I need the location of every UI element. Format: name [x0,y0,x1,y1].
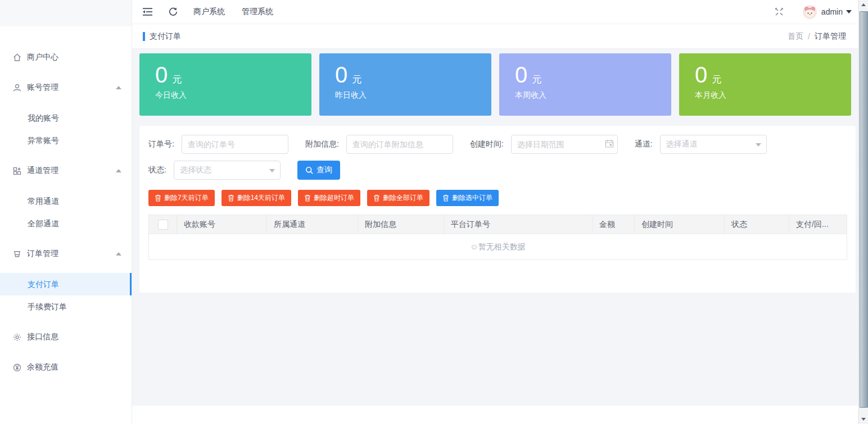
delete-selected-button[interactable]: 删除选中订单 [436,190,499,206]
sidebar-item-api-info[interactable]: 接口信息 [0,326,132,348]
user-name[interactable]: admin [821,7,843,16]
status-select[interactable]: 选择状态 [174,161,281,180]
chevron-up-icon [116,169,121,172]
delete-all-button[interactable]: 删除全部订单 [367,190,430,206]
refresh-icon[interactable] [168,6,179,17]
yen-icon [12,363,22,372]
sidebar-item-fee-orders[interactable]: 手续费订单 [0,295,132,318]
filter-channel: 通道: 选择通道 [635,135,767,154]
stat-value: 0 [155,62,168,87]
calendar-icon [605,139,614,148]
scrollbar-up-button[interactable] [859,0,868,10]
order-no-input[interactable] [182,135,288,154]
select-all-cell [149,215,177,234]
extra-info-label: 附加信息: [305,139,339,149]
sidebar-item-channel-management[interactable]: 通道管理 [0,159,132,182]
sidebar-item-order-management[interactable]: 订单管理 [0,243,132,265]
col-pay-callback: 支付/回... [789,215,847,234]
sidebar-item-common-channels[interactable]: 常用通道 [0,190,132,212]
stat-value: 0 [335,62,347,87]
sidebar-item-label: 账号管理 [27,83,116,93]
button-label: 删除7天前订单 [164,193,209,203]
sidebar-item-balance-recharge[interactable]: 余额充值 [0,356,132,379]
date-range-input[interactable] [511,135,618,154]
col-extra-info: 附加信息 [358,215,444,234]
nav-admin-system[interactable]: 管理系统 [242,7,273,17]
select-all-checkbox[interactable] [158,220,168,230]
channel-select-placeholder: 选择通道 [666,139,698,149]
query-panel: 订单号: 附加信息: 创建时间: [139,126,856,293]
stat-unit: 元 [172,74,182,85]
order-icon [12,249,22,259]
sidebar-item-account-management[interactable]: 账号管理 [0,76,132,99]
sidebar-item-all-channels[interactable]: 全部通道 [0,212,132,235]
avatar[interactable] [803,5,817,19]
breadcrumb-home[interactable]: 首页 [788,31,803,42]
chevron-down-icon[interactable] [846,10,852,13]
filter-form: 订单号: 附加信息: 创建时间: [148,131,847,183]
search-button[interactable]: 查询 [297,161,340,180]
channel-select[interactable]: 选择通道 [660,135,767,154]
col-platform-order-no: 平台订单号 [444,215,593,234]
page-footer-space [132,405,858,424]
button-label: 删除选中订单 [452,193,492,203]
col-channel: 所属通道 [267,215,358,234]
sidebar-item-merchant-center[interactable]: 商户中心 [0,46,132,69]
chevron-up-icon [116,86,121,89]
table-header-row: 收款账号 所属通道 附加信息 平台订单号 金额 创建时间 状态 支付/回... [149,215,847,234]
fullscreen-icon[interactable] [774,6,785,17]
delete-timeout-button[interactable]: 删除超时订单 [298,190,360,206]
breadcrumb-current: 订单管理 [815,31,846,42]
stat-value: 0 [515,62,527,87]
sidebar-item-abnormal-account[interactable]: 异常账号 [0,129,132,152]
scrollbar-thumb[interactable] [860,11,868,408]
stat-label: 今日收入 [155,90,300,101]
stat-card-month-income: 0元 本月收入 [679,53,851,116]
delete-7days-button[interactable]: 删除7天前订单 [148,190,215,206]
col-amount: 金额 [593,215,635,234]
stat-cards: 0元 今日收入 0元 昨日收入 0元 本周收入 0元 本月收入 [139,53,851,116]
stat-card-week-income: 0元 本周收入 [499,53,671,116]
bulk-action-row: 删除7天前订单 删除14天前订单 删除超时订单 删除全部订单 [148,190,847,206]
sidebar-item-label: 订单管理 [27,249,116,259]
sidebar-item-my-account[interactable]: 我的账号 [0,107,132,129]
extra-info-input[interactable] [346,135,453,154]
order-no-label: 订单号: [148,139,174,149]
topbar: 商户系统 管理系统 admin [132,0,858,24]
trash-icon [373,194,380,202]
col-payee-account: 收款账号 [177,215,267,234]
vertical-scrollbar[interactable] [858,0,868,424]
title-accent-bar [143,32,145,41]
nav-merchant-system[interactable]: 商户系统 [193,7,225,17]
page-title: 支付订单 [150,31,181,42]
breadcrumb-separator: / [808,32,810,41]
button-label: 删除全部订单 [383,193,423,203]
filter-extra-info: 附加信息: [305,135,453,154]
scroll-up-icon [861,3,866,6]
empty-state-text: ☺暂无相关数据 [149,234,847,260]
chevron-down-icon [269,169,275,172]
stat-unit: 元 [532,74,541,85]
grid-icon [12,166,22,176]
delete-14days-button[interactable]: 删除14天前订单 [221,190,291,206]
trash-icon [442,194,449,202]
filter-created-time: 创建时间: [470,135,618,154]
sidebar: 商户中心 账号管理 我的账号 异常账号 通道管理 常 [0,0,132,424]
submenu-order: 支付订单 手续费订单 [0,265,132,318]
col-status: 状态 [725,215,789,234]
channel-label: 通道: [635,139,653,149]
scroll-down-icon[interactable] [861,418,866,421]
sidebar-item-payment-orders[interactable]: 支付订单 [0,273,132,295]
gear-icon [12,332,22,342]
app-root: 商户中心 账号管理 我的账号 异常账号 通道管理 常 [0,0,868,424]
status-label: 状态: [148,165,166,175]
stat-label: 本周收入 [515,90,660,101]
col-created-time: 创建时间 [635,215,725,234]
stat-card-today-income: 0元 今日收入 [139,53,311,116]
submenu-channel: 常用通道 全部通道 [0,182,132,235]
chevron-up-icon [116,252,121,256]
collapse-sidebar-icon[interactable] [142,6,153,17]
date-range-wrap [511,135,618,154]
breadcrumb-bar: 支付订单 首页 / 订单管理 [132,24,858,49]
empty-row: ☺暂无相关数据 [149,234,847,260]
